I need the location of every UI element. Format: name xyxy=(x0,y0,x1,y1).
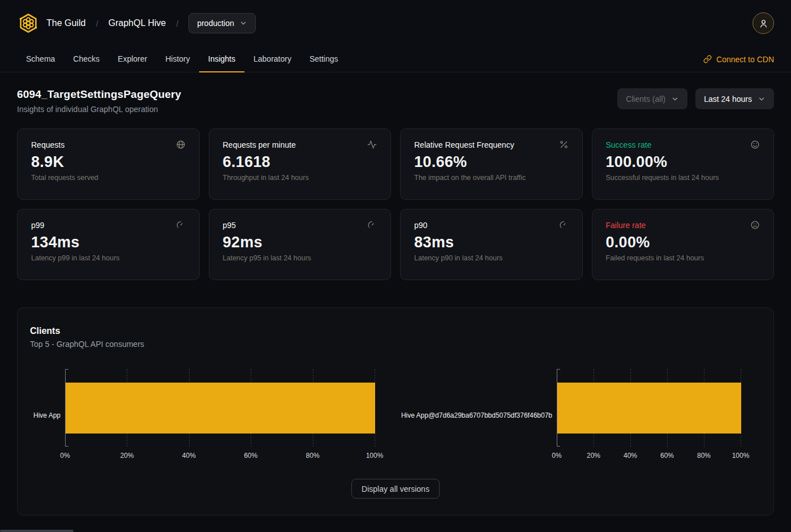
x-tick: 60% xyxy=(660,452,674,460)
globe-icon xyxy=(176,140,186,149)
page-subtitle: Insights of individual GraphQL operation xyxy=(17,105,181,114)
plot-area: 0% 20% 40% 60% 80% 100% xyxy=(65,369,375,462)
percent-icon xyxy=(559,140,569,149)
connect-to-cdn-link[interactable]: Connect to CDN xyxy=(703,46,774,72)
stat-title: p90 xyxy=(414,221,427,230)
x-axis-ticks: 0% 20% 40% 60% 80% 100% xyxy=(65,452,375,462)
tab-insights[interactable]: Insights xyxy=(199,46,244,72)
stat-value: 10.66% xyxy=(414,153,569,171)
bar-hive-app[interactable] xyxy=(66,383,375,434)
x-tick: 80% xyxy=(697,452,711,460)
breadcrumb-project[interactable]: GraphQL Hive xyxy=(109,18,166,28)
x-tick: 60% xyxy=(244,452,257,460)
gauge-icon xyxy=(367,220,377,230)
stat-value: 92ms xyxy=(223,234,377,251)
user-avatar[interactable] xyxy=(753,12,774,34)
stat-description: The impact on the overall API traffic xyxy=(414,174,569,182)
stat-description: Failed requests in last 24 hours xyxy=(606,254,760,262)
stat-value: 134ms xyxy=(31,234,186,251)
bar-hive-app-version[interactable] xyxy=(557,383,741,434)
clients-filter-label: Clients (all) xyxy=(626,95,665,104)
period-filter-label: Last 24 hours xyxy=(704,95,752,104)
tab-explorer[interactable]: Explorer xyxy=(109,46,156,72)
hive-logo-icon[interactable] xyxy=(17,12,40,35)
chevron-down-icon xyxy=(671,95,679,103)
page-title: 6094_TargetSettingsPageQuery xyxy=(17,88,181,101)
stat-card-requests: Requests 8.9K Total requests served xyxy=(17,128,200,200)
stat-title: p99 xyxy=(31,221,44,230)
breadcrumb-org[interactable]: The Guild xyxy=(46,18,85,28)
stat-description: Total requests served xyxy=(31,174,186,182)
stat-description: Latency p99 in last 24 hours xyxy=(31,254,186,262)
filters: Clients (all) Last 24 hours xyxy=(617,88,774,109)
stat-description: Latency p95 in last 24 hours xyxy=(223,254,377,262)
horizontal-scrollbar-thumb[interactable] xyxy=(0,530,74,532)
link-icon xyxy=(703,55,712,63)
stat-card-failure-rate: Failure rate 0.00% Failed requests in la… xyxy=(592,209,775,280)
user-icon xyxy=(759,19,768,28)
x-tick: 20% xyxy=(120,452,134,460)
tab-schema[interactable]: Schema xyxy=(17,46,64,72)
tab-laboratory[interactable]: Laboratory xyxy=(244,46,300,72)
tab-settings[interactable]: Settings xyxy=(300,46,347,72)
x-tick: 20% xyxy=(587,452,600,460)
activity-icon xyxy=(367,140,377,149)
stat-value: 0.00% xyxy=(606,234,760,251)
gauge-icon xyxy=(559,220,569,230)
x-tick: 100% xyxy=(732,452,750,460)
x-axis-ticks: 0% 20% 40% 60% 80% 100% xyxy=(557,452,741,462)
stat-title: Success rate xyxy=(606,140,652,149)
gauge-icon xyxy=(176,220,186,230)
tab-checks[interactable]: Checks xyxy=(64,46,109,72)
main-nav: Schema Checks Explorer History Insights … xyxy=(0,46,791,72)
x-tick: 0% xyxy=(552,452,561,460)
clients-subtitle: Top 5 - GraphQL API consumers xyxy=(30,340,762,349)
stat-value: 100.00% xyxy=(606,153,760,171)
stat-cards-grid: Requests 8.9K Total requests served Requ… xyxy=(17,128,774,280)
tab-history[interactable]: History xyxy=(156,46,199,72)
stat-description: Successful requests in last 24 hours xyxy=(606,174,760,182)
x-tick: 40% xyxy=(624,452,637,460)
stat-card-success-rate: Success rate 100.00% Successful requests… xyxy=(592,128,775,200)
y-axis-label: Hive App@d7d6a29ba6707bbd5075df376f46b07… xyxy=(395,369,557,462)
stat-description: Latency p90 in last 24 hours xyxy=(414,254,569,262)
breadcrumb-separator: / xyxy=(96,19,98,28)
stat-title: Relative Request Frequency xyxy=(414,140,514,149)
chevron-down-icon xyxy=(758,95,766,103)
stat-title: Requests xyxy=(31,140,65,149)
target-selector-dropdown[interactable]: production xyxy=(188,13,255,33)
client-chart-hive-app-version: Hive App@d7d6a29ba6707bbd5075df376f46b07… xyxy=(395,369,761,462)
stat-value: 8.9K xyxy=(31,153,186,171)
frown-icon xyxy=(750,220,760,230)
top-bar: The Guild / GraphQL Hive / production xyxy=(0,0,791,46)
page-title-block: 6094_TargetSettingsPageQuery Insights of… xyxy=(17,88,181,114)
clients-panel: Clients Top 5 - GraphQL API consumers Hi… xyxy=(17,307,774,516)
y-axis-tick xyxy=(557,446,560,447)
panel-footer: Display all versions xyxy=(29,479,762,499)
stat-card-p95: p95 92ms Latency p95 in last 24 hours xyxy=(209,209,392,280)
period-filter-dropdown[interactable]: Last 24 hours xyxy=(695,88,774,109)
y-axis-tick xyxy=(557,369,560,370)
client-chart-hive-app: Hive App 0% 20% xyxy=(29,369,395,462)
clients-title: Clients xyxy=(30,326,762,336)
stat-description: Throughput in last 24 hours xyxy=(223,174,377,182)
target-selector-label: production xyxy=(197,19,234,28)
stat-title: Requests per minute xyxy=(223,140,296,149)
stat-card-p90: p90 83ms Latency p90 in last 24 hours xyxy=(400,209,583,280)
breadcrumb: The Guild / GraphQL Hive / production xyxy=(46,13,256,33)
display-all-versions-button[interactable]: Display all versions xyxy=(351,479,440,499)
stat-card-p99: p99 134ms Latency p99 in last 24 hours xyxy=(17,209,200,280)
client-charts: Hive App 0% 20% xyxy=(29,369,762,462)
y-axis-tick xyxy=(65,369,68,370)
x-tick: 100% xyxy=(366,452,384,460)
page-header: 6094_TargetSettingsPageQuery Insights of… xyxy=(17,88,774,114)
plot-area: 0% 20% 40% 60% 80% 100% xyxy=(557,369,741,462)
x-tick: 80% xyxy=(306,452,320,460)
y-axis-tick xyxy=(65,446,68,447)
clients-filter-dropdown[interactable]: Clients (all) xyxy=(617,88,687,109)
connect-to-cdn-label: Connect to CDN xyxy=(716,55,774,64)
y-axis-label: Hive App xyxy=(29,369,65,462)
chevron-down-icon xyxy=(239,19,247,27)
main-content: 6094_TargetSettingsPageQuery Insights of… xyxy=(0,88,791,516)
stat-title: p95 xyxy=(223,221,236,230)
